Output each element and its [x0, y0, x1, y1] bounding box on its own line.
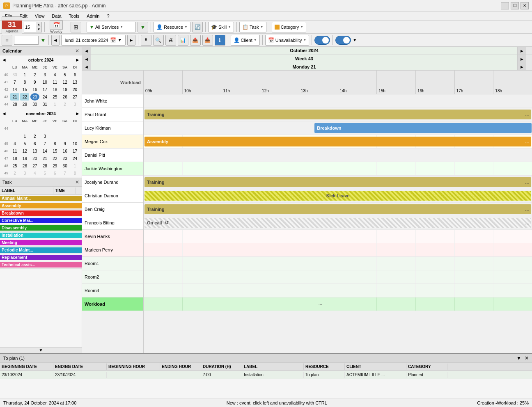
- dec-3[interactable]: 3: [20, 169, 29, 177]
- menu-tools[interactable]: Tools: [66, 13, 83, 19]
- oct-19[interactable]: 19: [60, 86, 69, 93]
- oct-next[interactable]: ►: [75, 57, 80, 63]
- nov-d1f[interactable]: 1: [20, 133, 29, 140]
- nov-d1[interactable]: [50, 125, 60, 132]
- search-btn[interactable]: 🔍: [153, 35, 164, 46]
- print-btn[interactable]: 🖨: [165, 35, 176, 46]
- oct-24[interactable]: 24: [40, 93, 49, 101]
- prev-period-btn[interactable]: ◄: [51, 35, 60, 46]
- nov-30[interactable]: 30: [60, 162, 69, 169]
- oct-17[interactable]: 17: [40, 86, 49, 93]
- nov-19[interactable]: 19: [20, 155, 29, 162]
- dec-4[interactable]: 4: [30, 169, 39, 177]
- week-nav-next[interactable]: ►: [517, 55, 526, 63]
- unavailability-dropdown[interactable]: 📅 Unavailability ▼: [265, 35, 310, 46]
- search-input[interactable]: [14, 36, 39, 45]
- nov-27[interactable]: 27: [30, 162, 39, 169]
- event-lucy-breakdown[interactable]: Breakdown: [314, 123, 532, 133]
- oct-31[interactable]: 31: [40, 101, 49, 108]
- task-item-assembly[interactable]: Assembly: [0, 202, 82, 210]
- weekly-icon[interactable]: 📅: [50, 21, 63, 30]
- oct-26[interactable]: 26: [60, 93, 69, 101]
- export2-btn[interactable]: 📤: [190, 35, 201, 46]
- oct-9[interactable]: 9: [30, 78, 39, 86]
- all-services-dropdown[interactable]: ▼ All Services ▼: [87, 22, 136, 32]
- day-nav-prev[interactable]: ◄: [82, 63, 91, 70]
- oct-22[interactable]: 22: [20, 93, 29, 101]
- oct-25[interactable]: 25: [50, 93, 60, 101]
- oct-11[interactable]: 11: [50, 78, 60, 86]
- nov-11[interactable]: 11: [10, 147, 19, 155]
- task-close-btn[interactable]: ✕: [75, 179, 79, 185]
- bottom-close-btn[interactable]: ✕: [525, 355, 529, 361]
- nov-18[interactable]: 18: [10, 155, 19, 162]
- menu-view[interactable]: View: [32, 13, 48, 19]
- oct-30-prev[interactable]: 30: [10, 71, 19, 78]
- oct-7[interactable]: 7: [10, 78, 19, 86]
- menu-admin[interactable]: Admin: [83, 13, 103, 19]
- nov-15[interactable]: 15: [50, 147, 60, 155]
- oct-8[interactable]: 8: [20, 78, 29, 86]
- spin-down[interactable]: ▼: [36, 27, 41, 32]
- task-item-annual[interactable]: Annual Maint...: [0, 195, 82, 202]
- task-item-periodic[interactable]: Periodic Maint...: [0, 247, 82, 254]
- category-dropdown[interactable]: Category ▼: [272, 22, 307, 32]
- calendar-popup-icon[interactable]: 📅: [110, 37, 116, 43]
- dec-5[interactable]: 5: [40, 169, 49, 177]
- oct-29[interactable]: 29: [20, 101, 29, 108]
- oct-30[interactable]: 30: [30, 101, 39, 108]
- oct-20[interactable]: 20: [71, 86, 80, 93]
- spin-input-group[interactable]: 15 ▲ ▼: [24, 22, 42, 32]
- task-item-disassembly[interactable]: Disassembly: [0, 224, 82, 232]
- export-btn[interactable]: 📊: [178, 35, 188, 46]
- bottom-collapse-btn[interactable]: ▼: [516, 355, 521, 361]
- toggle2[interactable]: [335, 36, 351, 45]
- date-nav-dropdown[interactable]: ▼: [118, 38, 122, 42]
- oct-nav-next[interactable]: ►: [517, 47, 526, 55]
- task-item-installation[interactable]: Installation: [0, 232, 82, 239]
- event-ben-training[interactable]: Training ...: [144, 204, 531, 214]
- view-btn[interactable]: ⊞: [71, 22, 81, 32]
- next-period-btn[interactable]: ►: [127, 35, 135, 46]
- oct-1[interactable]: 1: [20, 71, 29, 78]
- spin-input[interactable]: 15: [24, 25, 36, 30]
- oct-27[interactable]: 27: [71, 93, 80, 101]
- oct-28[interactable]: 28: [10, 101, 19, 108]
- day-nav-next[interactable]: ►: [517, 63, 526, 70]
- oct-15[interactable]: 15: [20, 86, 29, 93]
- titlebar-controls[interactable]: — ☐ ✕: [501, 2, 529, 9]
- dec-7[interactable]: 7: [60, 169, 69, 177]
- nov-13[interactable]: 13: [30, 147, 39, 155]
- nov-next[interactable]: ►: [75, 111, 80, 117]
- oct-4[interactable]: 4: [50, 71, 60, 78]
- week-nav-prev[interactable]: ◄: [82, 55, 91, 63]
- nov-5[interactable]: 5: [20, 140, 29, 147]
- oct-21[interactable]: 21: [10, 93, 19, 101]
- nov-21[interactable]: 21: [40, 155, 49, 162]
- nov-3-next[interactable]: 3: [71, 101, 80, 108]
- oct-prev[interactable]: ◄: [2, 57, 7, 63]
- toggle2-arrow[interactable]: ▼: [353, 38, 357, 42]
- skill-dropdown[interactable]: 🎓 Skill ▼: [208, 22, 234, 32]
- nov-20[interactable]: 20: [30, 155, 39, 162]
- resource-icon-btn[interactable]: 🔄: [192, 22, 203, 32]
- event-megan-assembly[interactable]: Assembly ...: [144, 137, 531, 146]
- nov-prev[interactable]: ◄: [2, 111, 7, 117]
- task-scroll-down[interactable]: ▼: [0, 347, 82, 353]
- export3-btn[interactable]: 📥: [202, 35, 213, 46]
- nov-29[interactable]: 29: [50, 162, 60, 169]
- nov-9[interactable]: 9: [60, 140, 69, 147]
- nov-1-next[interactable]: 1: [50, 101, 60, 108]
- nov-16[interactable]: 16: [60, 147, 69, 155]
- nov-10[interactable]: 10: [71, 140, 80, 147]
- task-item-replacement[interactable]: Replacement: [0, 254, 82, 261]
- nov-26[interactable]: 26: [20, 162, 29, 169]
- dotgrid-btn[interactable]: ⠿: [141, 35, 151, 46]
- task-item-corrective[interactable]: Corrective Mai...: [0, 217, 82, 224]
- dec-8[interactable]: 8: [71, 169, 80, 177]
- nov-25[interactable]: 25: [10, 162, 19, 169]
- oct-12[interactable]: 12: [60, 78, 69, 86]
- resource-dropdown[interactable]: 👤 Resource ▼: [154, 22, 190, 32]
- info-btn[interactable]: ℹ: [215, 35, 225, 46]
- oct-5[interactable]: 5: [60, 71, 69, 78]
